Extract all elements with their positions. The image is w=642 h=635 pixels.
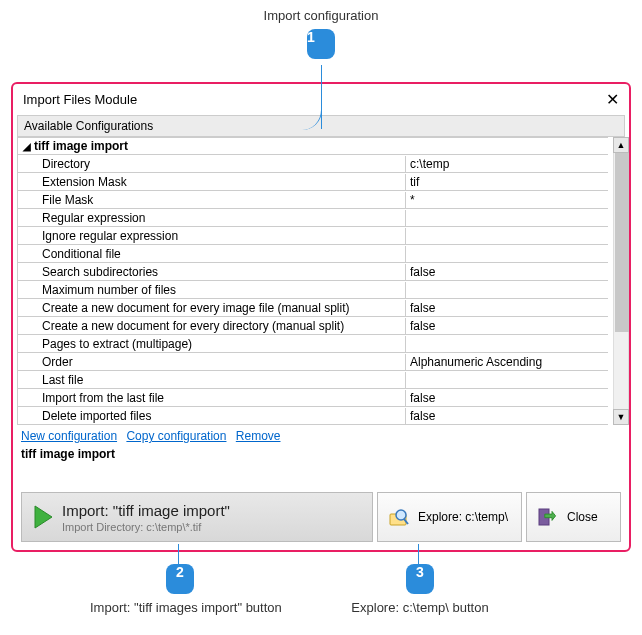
config-grid: ◢ tiff image import Directoryc:\tempExte…	[17, 137, 625, 425]
play-icon	[32, 504, 54, 530]
remove-link[interactable]: Remove	[236, 429, 281, 443]
close-icon[interactable]: ✕	[606, 90, 619, 109]
config-group-row[interactable]: ◢ tiff image import	[18, 137, 608, 155]
config-key: Create a new document for every director…	[18, 318, 406, 334]
import-button[interactable]: Import: "tiff image import" Import Direc…	[21, 492, 373, 542]
config-key: Search subdirectories	[18, 264, 406, 280]
config-value[interactable]: false	[406, 300, 608, 316]
config-key: Create a new document for every image fi…	[18, 300, 406, 316]
config-value[interactable]: false	[406, 390, 608, 406]
config-row[interactable]: Last file	[18, 371, 608, 389]
config-key: Directory	[18, 156, 406, 172]
import-button-subtitle: Import Directory: c:\temp\*.tif	[62, 521, 230, 533]
config-row[interactable]: Regular expression	[18, 209, 608, 227]
config-row[interactable]: File Mask*	[18, 191, 608, 209]
close-button-label: Close	[567, 510, 598, 524]
config-key: Pages to extract (multipage)	[18, 336, 406, 352]
config-key: File Mask	[18, 192, 406, 208]
config-value[interactable]	[406, 379, 608, 381]
scrollbar-track[interactable]	[613, 153, 629, 409]
config-value[interactable]: false	[406, 318, 608, 334]
config-row[interactable]: Delete imported filesfalse	[18, 407, 608, 425]
scroll-up-button[interactable]: ▲	[613, 137, 629, 153]
config-value[interactable]: tif	[406, 174, 608, 190]
config-row[interactable]: Extension Masktif	[18, 173, 608, 191]
svg-point-2	[396, 510, 406, 520]
config-value[interactable]: Alphanumeric Ascending	[406, 354, 608, 370]
import-files-window: Import Files Module ✕ Available Configur…	[11, 82, 631, 552]
config-value[interactable]	[406, 289, 608, 291]
config-value[interactable]	[406, 343, 608, 345]
new-configuration-link[interactable]: New configuration	[21, 429, 117, 443]
magnifier-icon	[388, 506, 410, 528]
exit-icon	[537, 506, 559, 528]
config-key: Regular expression	[18, 210, 406, 226]
callout-2-line	[178, 544, 179, 564]
close-button[interactable]: Close	[526, 492, 621, 542]
import-button-title: Import: "tiff image import"	[62, 502, 230, 519]
bottom-annotations: 2 Import: "tiff images import" button 3 …	[0, 560, 642, 630]
config-row[interactable]: Maximum number of files	[18, 281, 608, 299]
callout-1: 1	[307, 29, 335, 59]
config-value[interactable]: c:\temp	[406, 156, 608, 172]
selected-config-label: tiff image import	[21, 447, 621, 461]
explore-button[interactable]: Explore: c:\temp\	[377, 492, 522, 542]
config-row[interactable]: Pages to extract (multipage)	[18, 335, 608, 353]
config-group-name: tiff image import	[32, 139, 128, 153]
config-key: Order	[18, 354, 406, 370]
config-value[interactable]	[406, 217, 608, 219]
explore-button-label: Explore: c:\temp\	[418, 510, 508, 524]
config-value[interactable]: false	[406, 408, 608, 424]
config-row[interactable]: Import from the last filefalse	[18, 389, 608, 407]
button-bar: Import: "tiff image import" Import Direc…	[21, 492, 621, 542]
scroll-down-button[interactable]: ▼	[613, 409, 629, 425]
svg-marker-0	[35, 506, 52, 528]
copy-configuration-link[interactable]: Copy configuration	[126, 429, 226, 443]
config-row[interactable]: Create a new document for every image fi…	[18, 299, 608, 317]
callout-3-label: Explore: c:\temp\ button	[350, 600, 490, 615]
scrollbar-thumb[interactable]	[615, 153, 629, 332]
config-value[interactable]	[406, 235, 608, 237]
callout-2: 2	[166, 564, 194, 594]
config-links: New configuration Copy configuration Rem…	[21, 429, 621, 443]
config-row[interactable]: Conditional file	[18, 245, 608, 263]
config-key: Last file	[18, 372, 406, 388]
config-row[interactable]: OrderAlphanumeric Ascending	[18, 353, 608, 371]
config-key: Conditional file	[18, 246, 406, 262]
callout-3: 3	[406, 564, 434, 594]
config-row[interactable]: Directoryc:\temp	[18, 155, 608, 173]
config-value[interactable]: *	[406, 192, 608, 208]
config-grid-wrapper: ◢ tiff image import Directoryc:\tempExte…	[13, 137, 629, 425]
config-key: Delete imported files	[18, 408, 406, 424]
config-row[interactable]: Create a new document for every director…	[18, 317, 608, 335]
config-key: Import from the last file	[18, 390, 406, 406]
annotation-top-label: Import configuration	[0, 0, 642, 23]
config-row[interactable]: Ignore regular expression	[18, 227, 608, 245]
config-key: Maximum number of files	[18, 282, 406, 298]
callout-1-line	[321, 65, 322, 129]
window-title: Import Files Module	[23, 92, 137, 107]
config-value[interactable]	[406, 253, 608, 255]
collapse-icon[interactable]: ◢	[18, 141, 32, 152]
config-key: Ignore regular expression	[18, 228, 406, 244]
config-key: Extension Mask	[18, 174, 406, 190]
callout-3-line	[418, 544, 419, 564]
callout-2-label: Import: "tiff images import" button	[90, 600, 270, 615]
config-row[interactable]: Search subdirectoriesfalse	[18, 263, 608, 281]
config-value[interactable]: false	[406, 264, 608, 280]
